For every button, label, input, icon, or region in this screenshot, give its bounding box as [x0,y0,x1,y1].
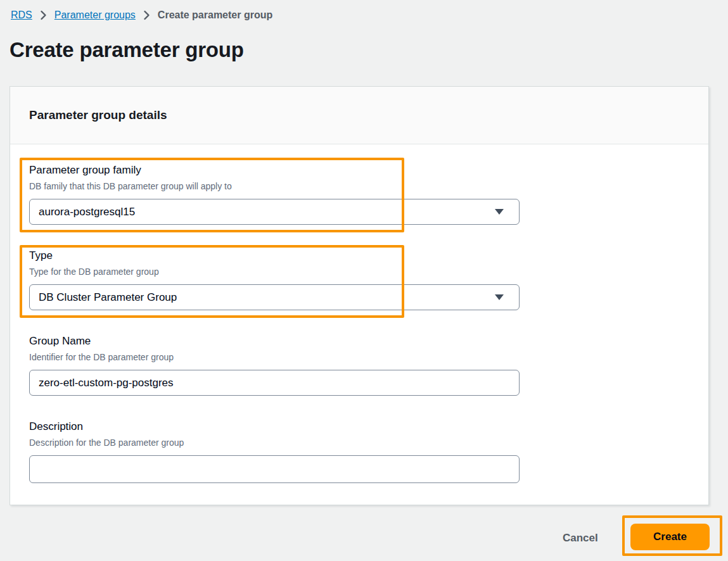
dropdown-arrow-icon [495,209,504,215]
field-label: Description [29,419,689,434]
field-help: Type for the DB parameter group [29,266,689,278]
field-help: DB family that this DB parameter group w… [29,180,689,192]
cancel-button[interactable]: Cancel [558,529,603,547]
parameter-group-family-value: aurora-postgresql15 [39,206,135,218]
card-header-title: Parameter group details [29,108,167,122]
field-type: Type Type for the DB parameter group DB … [29,248,689,310]
field-parameter-group-family: Parameter group family DB family that th… [29,163,689,225]
breadcrumb-current: Create parameter group [158,9,272,21]
field-description: Description Description for the DB param… [29,419,689,483]
breadcrumb-chevron-icon [40,10,47,20]
field-help: Description for the DB parameter group [29,437,689,449]
field-label: Group Name [29,334,689,349]
page-title: Create parameter group [10,38,244,62]
dropdown-arrow-icon [495,294,504,300]
parameter-group-family-select[interactable]: aurora-postgresql15 [29,199,520,225]
create-button[interactable]: Create [630,524,710,550]
card-body: Parameter group family DB family that th… [10,144,708,483]
card-header: Parameter group details [10,87,708,144]
type-value: DB Cluster Parameter Group [39,291,177,304]
breadcrumb-chevron-icon [143,10,150,20]
field-label: Parameter group family [29,163,689,178]
field-help: Identifier for the DB parameter group [29,351,689,363]
description-input[interactable] [29,455,520,483]
parameter-group-details-card: Parameter group details Parameter group … [10,86,709,505]
type-select[interactable]: DB Cluster Parameter Group [29,284,520,310]
breadcrumb-link-rds[interactable]: RDS [11,9,32,21]
breadcrumb: RDS Parameter groups Create parameter gr… [11,9,272,21]
group-name-input[interactable] [29,370,520,396]
field-group-name: Group Name Identifier for the DB paramet… [29,334,689,396]
field-label: Type [29,248,689,263]
breadcrumb-link-parameter-groups[interactable]: Parameter groups [54,9,136,21]
